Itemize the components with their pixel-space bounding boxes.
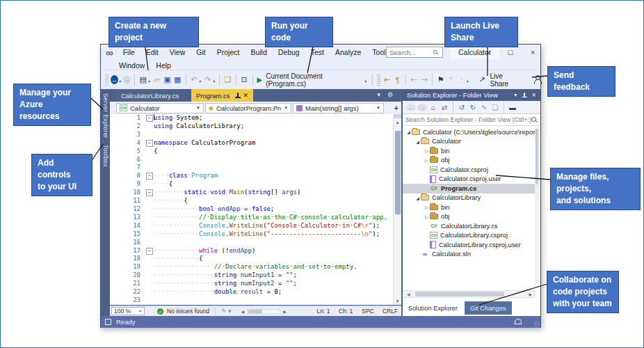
fold-marker[interactable] [145,114,154,122]
tree-item[interactable]: ◢Calculator [403,137,535,147]
tree-item[interactable]: ▷obj [403,212,535,222]
chevron-down-icon[interactable]: ▾ [364,79,367,84]
tree-item[interactable]: C#CalculatorLibrary.csproj [403,231,535,241]
search-input[interactable] [389,49,433,56]
fold-marker[interactable] [145,172,154,180]
expander-expanded-icon[interactable]: ◢ [414,139,421,144]
solution-explorer-search[interactable] [403,114,540,126]
tree-item[interactable]: ∞Calculator.sln [403,250,535,260]
new-project-icon[interactable]: ▤ [138,74,147,86]
side-tab-toolbox[interactable]: Toolbox [102,145,109,167]
code-line[interactable]: 23 [110,296,401,305]
code-line[interactable]: 12············bool·endApp·=·false; [110,205,401,214]
navigate-file-icon[interactable]: ⇤ [383,74,392,86]
save-icon[interactable]: ▣ [163,74,172,86]
close-button[interactable]: × [522,45,543,59]
expander-expanded-icon[interactable]: ◢ [414,196,421,200]
close-icon[interactable]: ✕ [243,92,249,99]
show-whitespace-icon[interactable]: ¶ [393,74,402,86]
tool-tab-solution-explorer[interactable]: Solution Explorer [403,301,463,315]
se-search-input[interactable] [405,116,531,123]
menu-file[interactable]: File [118,47,140,58]
toolbar-grip[interactable] [105,74,108,86]
code-line[interactable]: 3 [110,131,401,139]
undo-icon[interactable]: ↶ [190,74,199,86]
window-options-gear-icon[interactable]: ⚙ [387,91,393,98]
scroll-left-icon[interactable]: ◀ [407,292,410,296]
tool-tab-git-changes[interactable]: Git Changes [465,301,512,315]
recent-files-icon[interactable]: ❏ [223,74,232,86]
editor-tab-calculatorlibrary.cs[interactable]: CalculatorLibrary.cs [116,89,184,102]
tree-item[interactable]: C#Calculator.csproj [403,165,535,175]
tree-vertical-scrollbar[interactable] [535,127,539,287]
se-forward-icon[interactable]: → [417,104,427,111]
chevron-down-icon[interactable]: ▾ [467,79,469,84]
pin-icon[interactable] [522,93,526,98]
expander-expanded-icon[interactable]: ◢ [405,129,412,134]
menu-analyze[interactable]: Analyze [330,47,367,58]
send-feedback-icon[interactable] [533,75,540,84]
scrollbar-thumb[interactable] [248,310,262,313]
designer-preview-icon[interactable]: ⊡ [240,74,249,86]
expander-collapsed-icon[interactable]: ▷ [424,205,430,209]
se-sync-icon[interactable]: ↺ [457,102,467,113]
code-line[interactable]: 15············Console.WriteLine("-------… [110,230,401,239]
scroll-right-icon[interactable]: ▶ [283,309,287,314]
code-line[interactable]: 13············//·Display·title·as·the·C#… [110,214,401,222]
code-cleanup-icon[interactable]: ✎ ▾ [221,308,232,315]
outdent-icon[interactable]: ⇠ [410,74,419,86]
se-back-icon[interactable]: ← [406,104,416,111]
run-target-dropdown[interactable]: Current Document (Program.cs) [266,72,364,88]
zoom-level-dropdown[interactable]: 100 % ▼ [111,307,145,315]
breadcrumb-dropdown-class[interactable]: ◆CalculatorProgram.Prograr▼ [205,103,291,113]
code-line[interactable]: 10········static·void·Main(string[]·args… [110,189,401,197]
code-line[interactable]: 11········{ [110,197,401,205]
scroll-left-icon[interactable]: ◀ [241,309,245,314]
tree-item[interactable]: CalculatorLibrary.csproj.user [403,240,535,250]
scroll-down-icon[interactable]: ▼ [394,297,401,305]
menu-build[interactable]: Build [245,47,272,58]
code-line[interactable]: 17············while·(!endApp) [110,247,401,255]
tree-item[interactable]: Calculator.csproj.user [403,175,535,184]
fold-marker[interactable] [145,139,154,148]
bookmark-icon[interactable]: ⚑ [436,74,445,86]
indent-icon[interactable]: ⇢ [420,74,429,86]
side-tab-server-explorer[interactable]: Server Explorer [102,93,109,139]
code-line[interactable]: 9····{ [110,180,401,189]
se-home-icon[interactable]: ⌂ [428,102,438,113]
menu-view[interactable]: View [164,47,191,58]
scrollbar-track[interactable] [247,309,280,314]
run-button-icon[interactable]: ▶ [257,76,263,84]
chevron-down-icon[interactable]: ▾ [119,79,121,84]
scroll-right-icon[interactable]: ▶ [529,292,532,296]
comment-icon[interactable]: ” [446,74,456,86]
se-collapse-all-icon[interactable]: ▬ [508,102,517,113]
code-line[interactable]: 16 [110,239,401,247]
code-line[interactable]: 22················double·result·=·0; [110,288,401,296]
tree-item[interactable]: ▷bin [403,203,535,212]
code-line[interactable]: 18············{ [110,255,401,263]
encoding-indicator[interactable]: SPC [357,308,379,315]
quick-search-box[interactable] [386,47,443,58]
resize-grip[interactable] [534,322,540,327]
editor-vertical-scrollbar[interactable]: ▲ ▼ [393,114,401,305]
se-edit-filter-icon[interactable]: ✎ [479,102,489,113]
code-line[interactable]: 2using·CalculatorLibrary; [110,122,401,131]
background-tasks-icon[interactable] [105,319,111,325]
menu-edit[interactable]: Edit [140,47,164,58]
code-line[interactable]: 21················string·numInput2·=·""; [110,280,401,288]
tree-item[interactable]: ▷bin [403,146,535,156]
split-window-icon[interactable]: + [394,104,399,112]
more-options-icon[interactable]: : [457,74,466,86]
se-switch-views-icon[interactable]: ⇄ [440,102,449,113]
issues-status[interactable]: No issues found [167,308,209,315]
code-line[interactable]: 5{ [110,148,401,156]
menu-window[interactable]: Window [113,60,150,70]
editor-horizontal-scrollbar[interactable]: ◀ ▶ [239,309,289,314]
chevron-down-icon[interactable]: ▾ [199,79,201,84]
code-line[interactable]: 1using·System; [110,114,401,122]
nav-forward-icon[interactable]: → [123,75,131,84]
menu-debug[interactable]: Debug [273,47,305,58]
close-icon[interactable]: ✕ [531,92,536,98]
chevron-down-icon[interactable]: ▾ [213,79,215,84]
